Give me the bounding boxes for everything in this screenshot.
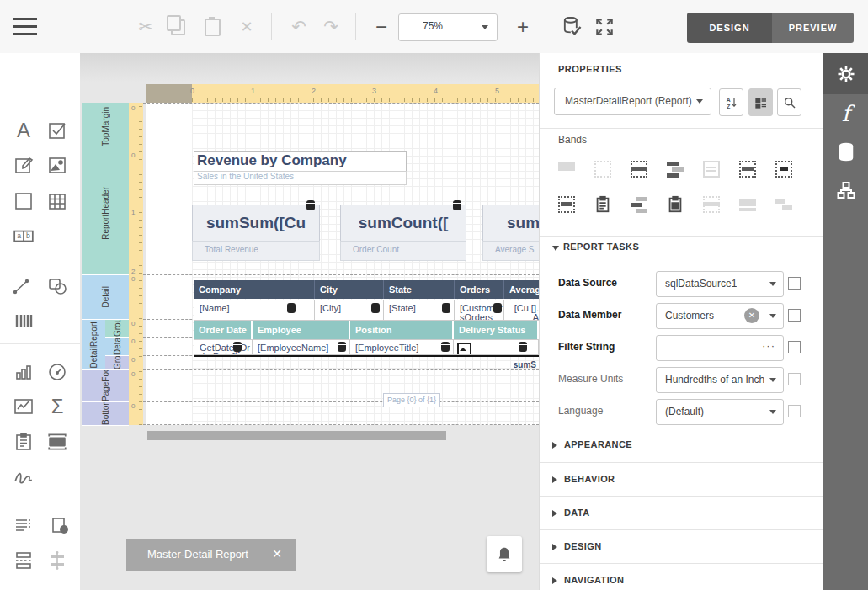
data-field-icon [338, 342, 346, 352]
menu-icon[interactable] [13, 18, 37, 35]
band-detail1[interactable]: Detail [105, 338, 129, 356]
band-page-footer[interactable]: PageFooter [82, 370, 129, 402]
section-appearance[interactable]: APPEARANCE [540, 428, 823, 462]
measure-units-label: Measure Units [558, 373, 623, 385]
band-icon-group-header[interactable] [665, 160, 685, 178]
validate-bindings-icon[interactable] [560, 15, 583, 42]
sort-alphabetical-button[interactable]: AZ [719, 88, 743, 116]
close-icon[interactable]: ✕ [272, 547, 282, 561]
group-by-category-button[interactable] [748, 88, 773, 116]
chart-icon[interactable] [9, 358, 38, 386]
zoom-in-icon[interactable]: + [510, 14, 535, 40]
subreport-icon[interactable] [9, 428, 38, 456]
section-behavior[interactable]: BEHAVIOR [540, 463, 823, 497]
fullscreen-icon[interactable] [594, 16, 615, 41]
filter-string-input[interactable]: ··· [656, 335, 784, 361]
summary-total-revenue[interactable]: sumSum([Cu Total Revenue [192, 205, 320, 261]
clear-icon[interactable]: ✕ [744, 308, 759, 323]
sparkline-icon[interactable] [9, 392, 38, 421]
pdf-content-icon[interactable]: PDF [43, 428, 72, 456]
gauge-icon[interactable] [43, 358, 72, 386]
band-detail-report[interactable]: DetailReport [82, 320, 105, 370]
section-data[interactable]: DATA [540, 497, 823, 530]
report-title-label[interactable]: Revenue by Company [194, 151, 407, 172]
character-comb-icon[interactable]: ab [9, 221, 38, 250]
function-icon: f [842, 101, 850, 126]
redo-icon[interactable]: ↷ [318, 14, 343, 40]
measure-units-select[interactable]: Hundredths of an Inch [656, 367, 784, 393]
report-tasks-header[interactable]: REPORT TASKS [540, 242, 824, 257]
summary-order-count[interactable]: sumCount([ Order Count [340, 205, 466, 261]
design-tab[interactable]: DESIGN [687, 13, 772, 43]
signature-icon[interactable] [9, 462, 38, 491]
report-structure-tab-button[interactable] [823, 171, 868, 210]
section-navigation[interactable]: NAVIGATION [540, 564, 823, 590]
cross-band-line-icon[interactable] [43, 546, 72, 575]
band-bottom-margin[interactable]: BottomMargin [82, 402, 129, 426]
picture-box-icon[interactable] [43, 151, 72, 179]
band-group-header[interactable]: GroupHeader [105, 320, 129, 338]
panel-icon[interactable] [9, 187, 38, 215]
copy-icon[interactable] [171, 19, 185, 35]
panel-divider [540, 236, 824, 237]
page-info-control[interactable]: Page {0} of {1} [383, 393, 440, 407]
band-icon-detail-report[interactable] [665, 195, 685, 214]
notifications-button[interactable] [487, 536, 522, 572]
properties-tab-button[interactable] [823, 53, 868, 94]
group-footer-summary[interactable]: sumS [467, 360, 536, 369]
field-list-tab-button[interactable] [823, 133, 868, 172]
line-icon[interactable] [7, 272, 35, 300]
zoom-select[interactable]: 75% [398, 13, 498, 41]
band-icon-report-header [593, 160, 613, 178]
table-icon[interactable] [43, 187, 72, 215]
summary-average-sales[interactable]: sum Average S [482, 205, 539, 261]
horizontal-scrollbar[interactable] [147, 431, 446, 440]
delete-icon[interactable]: ✕ [234, 14, 259, 40]
label-icon[interactable]: A [9, 116, 38, 145]
rich-text-icon[interactable] [9, 151, 38, 179]
pivot-grid-icon[interactable]: Σ [43, 392, 72, 421]
data-source-select[interactable]: sqlDataSource1 [656, 271, 784, 297]
shape-icon[interactable] [43, 272, 72, 300]
filter-string-checkbox[interactable] [788, 341, 801, 353]
ellipsis-icon[interactable]: ··· [762, 339, 775, 352]
detail-table-row[interactable]: GetDate([OrderDate]) [EmployeeName] [Emp… [194, 339, 539, 355]
language-select[interactable]: (Default) [656, 399, 784, 425]
measure-units-checkbox[interactable] [788, 373, 801, 385]
band-icon-group-footer[interactable] [629, 195, 649, 214]
band-icon-sub-band[interactable] [593, 195, 613, 214]
band-icon-report-footer[interactable] [774, 160, 794, 178]
document-tab[interactable]: Master-Detail Report ✕ [126, 539, 296, 571]
report-subtitle-label[interactable]: Sales in the United States [194, 171, 407, 185]
cut-icon[interactable]: ✂ [133, 14, 158, 40]
expressions-tab-button[interactable]: f [823, 94, 868, 133]
detail-table-header[interactable]: Order Date Employee Position Delivery St… [194, 321, 539, 339]
line-control[interactable] [194, 355, 539, 357]
band-icon-bottom-margin[interactable] [556, 195, 577, 214]
page-break-icon[interactable] [9, 546, 38, 575]
band-icon-detail[interactable] [629, 160, 649, 178]
band-report-header[interactable]: ReportHeader [82, 151, 129, 275]
section-design[interactable]: DESIGN [540, 530, 823, 564]
data-source-checkbox[interactable] [788, 277, 801, 290]
band-detail[interactable]: Detail [82, 275, 129, 320]
preview-tab[interactable]: PREVIEW [772, 13, 854, 43]
search-button[interactable] [777, 88, 801, 116]
undo-icon[interactable]: ↶ [286, 14, 312, 40]
table-of-contents-icon[interactable] [9, 512, 38, 540]
master-table-header[interactable]: Company City State Orders Average [194, 280, 539, 299]
page-info-icon[interactable]: i [45, 512, 74, 540]
master-table-row[interactable]: [Name] [City] [State] [CustomersOrders [… [194, 300, 539, 321]
band-group-footer[interactable]: GroupFooter [105, 356, 129, 370]
paste-icon[interactable] [205, 19, 221, 36]
element-selector[interactable]: MasterDetailReport (Report) [554, 88, 711, 115]
band-icon-page-footer[interactable] [738, 160, 758, 178]
zoom-out-icon[interactable]: − [369, 14, 394, 40]
data-member-checkbox[interactable] [788, 309, 801, 322]
language-checkbox[interactable] [788, 405, 801, 417]
data-member-select[interactable]: Customers ✕ [656, 303, 784, 329]
barcode-icon[interactable] [9, 306, 38, 335]
band-top-margin[interactable]: TopMargin [82, 103, 129, 151]
check-box-icon[interactable] [43, 116, 72, 145]
cross-band-box-icon[interactable] [9, 583, 38, 590]
